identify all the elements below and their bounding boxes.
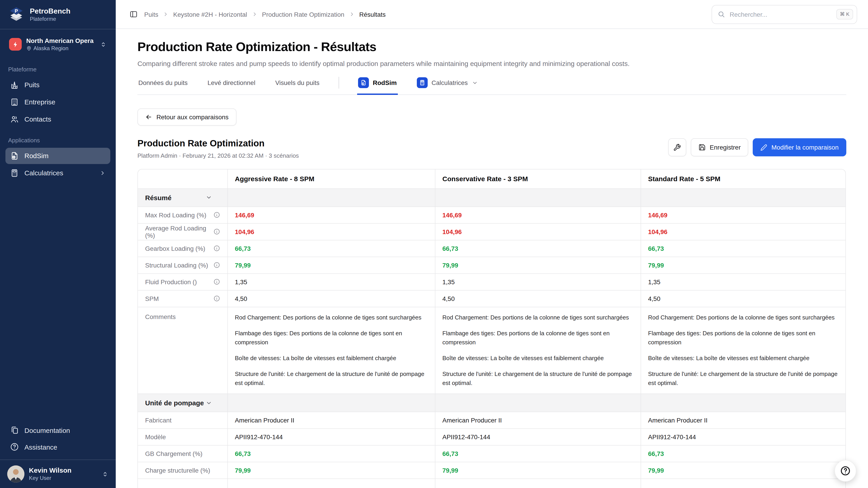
value-cell: 79,99 bbox=[641, 462, 846, 479]
wrench-icon bbox=[673, 143, 681, 151]
value-cell: 146,69 bbox=[435, 206, 641, 223]
comments-cell: Rod Chargement: Des portions de la colon… bbox=[641, 307, 846, 394]
section-empty-cell bbox=[435, 188, 641, 206]
breadcrumb-item[interactable]: Production Rate Optimization bbox=[262, 11, 344, 18]
section-empty-cell bbox=[641, 188, 846, 206]
info-icon[interactable] bbox=[213, 245, 220, 252]
section-label[interactable]: Unité de pompage bbox=[145, 399, 220, 407]
back-button-label: Retour aux comparaisons bbox=[156, 113, 228, 121]
table-row: CommentsRod Chargement: Des portions de … bbox=[138, 307, 846, 394]
section-label[interactable]: Résumé bbox=[145, 194, 220, 201]
chevrons-up-down-icon bbox=[100, 41, 107, 48]
page-content: Production Rate Optimization - Résultats… bbox=[116, 29, 868, 488]
building-icon bbox=[10, 97, 19, 106]
section-empty-cell bbox=[641, 394, 846, 412]
nav-section-plateforme: Plateforme bbox=[0, 57, 116, 76]
tab-visuels-du-puits[interactable]: Visuels du puits bbox=[274, 78, 320, 93]
search-input[interactable] bbox=[729, 10, 833, 18]
org-switcher[interactable]: North American Opera Alaska Region bbox=[5, 34, 110, 55]
tab-donnees-du-puits[interactable]: Données du puits bbox=[137, 78, 188, 93]
tab-rodsim[interactable]: RodSim bbox=[357, 76, 398, 94]
save-icon bbox=[699, 144, 706, 151]
table-row: Gearbox Loading (%)66,7366,7366,73 bbox=[138, 240, 846, 257]
help-fab-button[interactable] bbox=[835, 460, 856, 482]
comparison-header: Production Rate Optimization Platform Ad… bbox=[137, 138, 846, 159]
row-label: Structural Loading (%) bbox=[145, 261, 220, 269]
edit-button-label: Modifier la comparaison bbox=[772, 144, 839, 151]
petrobench-logo-icon: P bbox=[7, 5, 25, 24]
row-label: Comments bbox=[145, 313, 220, 320]
chevron-right-icon bbox=[163, 11, 168, 17]
save-button[interactable]: Enregistrer bbox=[691, 138, 748, 156]
main-area: Puits Keystone #2H - Horizontal Producti… bbox=[116, 0, 868, 488]
table-row: Fluid Production ()1,351,351,35 bbox=[138, 273, 846, 290]
info-icon[interactable] bbox=[213, 278, 220, 285]
brand-name: PetroBench bbox=[30, 6, 70, 15]
users-icon bbox=[10, 115, 19, 124]
sidebar-item-contacts[interactable]: Contacts bbox=[5, 111, 110, 127]
user-name: Kevin Wilson bbox=[29, 466, 97, 475]
comparison-title: Production Rate Optimization bbox=[137, 138, 299, 149]
row-label: Fabricant bbox=[145, 417, 220, 424]
sidebar-item-documentation[interactable]: Documentation bbox=[5, 422, 110, 438]
sidebar-toggle-icon[interactable] bbox=[129, 10, 138, 19]
value-cell: American Producer II bbox=[227, 412, 435, 429]
info-icon[interactable] bbox=[213, 228, 220, 235]
comparison-table: Aggressive Rate - 8 SPMConservative Rate… bbox=[138, 169, 846, 488]
value-cell: 1,35 bbox=[641, 273, 846, 290]
breadcrumb-item[interactable]: Keystone #2H - Horizontal bbox=[173, 11, 247, 18]
value-cell: 79,99 bbox=[435, 462, 641, 479]
value-cell: American Producer II bbox=[435, 412, 641, 429]
lightning-bolt-icon bbox=[9, 38, 22, 51]
comment-paragraph: Flambage des tiges: Des portions de la c… bbox=[442, 329, 633, 347]
info-icon[interactable] bbox=[213, 212, 220, 218]
section-empty-cell bbox=[227, 188, 435, 206]
user-role: Key User bbox=[29, 475, 97, 482]
table-section-row[interactable]: Résumé bbox=[138, 188, 846, 206]
breadcrumb: Puits Keystone #2H - Horizontal Producti… bbox=[144, 11, 385, 18]
sidebar-item-calculatrices[interactable]: Calculatrices bbox=[5, 165, 110, 181]
sidebar-item-puits[interactable]: Puits bbox=[5, 76, 110, 93]
value-cell: 104,96 bbox=[641, 223, 846, 240]
sidebar-item-assistance[interactable]: Assistance bbox=[5, 439, 110, 455]
sidebar-item-rodsim[interactable]: RodSim bbox=[5, 148, 110, 164]
comment-paragraph: Boîte de vitesses: La boîte de vitesses … bbox=[648, 354, 839, 363]
settings-wrench-button[interactable] bbox=[668, 138, 686, 156]
scenario-column-header: Standard Rate - 5 SPM bbox=[641, 169, 846, 188]
breadcrumb-item[interactable]: Puits bbox=[144, 11, 158, 18]
org-region: Alaska Region bbox=[33, 45, 68, 52]
row-label: Gearbox Loading (%) bbox=[145, 245, 220, 252]
sidebar-item-label: RodSim bbox=[24, 152, 49, 160]
table-row: Charge structurelle (%)79,9979,9979,99 bbox=[138, 462, 846, 479]
back-to-comparisons-button[interactable]: Retour aux comparaisons bbox=[137, 108, 236, 126]
table-section-row[interactable]: Unité de pompage bbox=[138, 394, 846, 412]
page-title: Production Rate Optimization - Résultats bbox=[137, 40, 846, 54]
chevron-down-icon bbox=[472, 80, 477, 86]
sidebar-item-label: Documentation bbox=[24, 426, 70, 434]
search-shortcut-badge: ⌘ K bbox=[836, 9, 853, 20]
file-box-icon bbox=[358, 77, 369, 88]
value-cell: 1,35 bbox=[435, 273, 641, 290]
value-cell: APII912-470-144 bbox=[227, 429, 435, 446]
edit-comparison-button[interactable]: Modifier la comparaison bbox=[753, 138, 846, 156]
comment-paragraph: Structure de l'unité: Le chargement de l… bbox=[648, 369, 839, 388]
sidebar-item-entreprise[interactable]: Entreprise bbox=[5, 94, 110, 110]
section-empty-cell bbox=[227, 394, 435, 412]
value-cell: 79,99 bbox=[641, 257, 846, 273]
value-cell: 104,96 bbox=[435, 223, 641, 240]
user-menu[interactable]: Kevin Wilson Key User bbox=[0, 460, 116, 488]
sidebar: P PetroBench Plateforme North American O… bbox=[0, 0, 116, 488]
tab-leve-directionnel[interactable]: Levé directionnel bbox=[207, 78, 256, 93]
info-icon[interactable] bbox=[213, 295, 220, 302]
tab-calculatrices[interactable]: Calculatrices bbox=[416, 76, 478, 94]
comments-cell: Rod Chargement: Des portions de la colon… bbox=[435, 307, 641, 394]
comment-paragraph: Boîte de vitesses: La boîte de vitesses … bbox=[442, 354, 633, 363]
comment-paragraph: Rod Chargement: Des portions de la colon… bbox=[442, 313, 633, 322]
topbar: Puits Keystone #2H - Horizontal Producti… bbox=[116, 0, 868, 29]
value-cell: 4,50 bbox=[641, 290, 846, 307]
section-empty-cell bbox=[435, 394, 641, 412]
value-cell: 79,99 bbox=[435, 257, 641, 273]
info-icon[interactable] bbox=[213, 262, 220, 268]
value-cell: 4,50 bbox=[435, 290, 641, 307]
row-label: Modèle bbox=[145, 433, 220, 441]
